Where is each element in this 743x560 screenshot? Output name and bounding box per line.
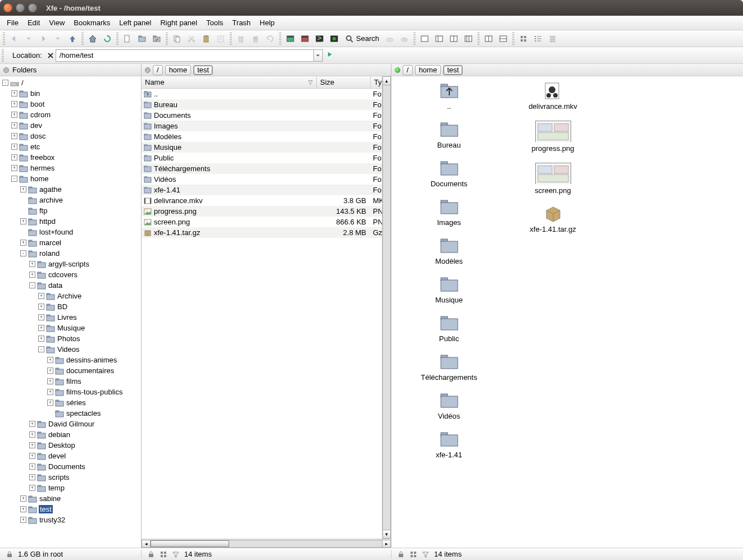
crumb-root[interactable]: / [153, 65, 163, 75]
nav-forward-button[interactable] [37, 32, 50, 45]
list-row[interactable]: MusiqueFold [142, 142, 391, 153]
tree-item[interactable]: archive [0, 195, 141, 205]
tree-expander[interactable]: + [29, 432, 35, 438]
tree-expander[interactable]: - [11, 176, 17, 182]
tree-expander[interactable]: + [20, 495, 26, 502]
window-maximize-button[interactable] [28, 3, 37, 12]
tree-expander[interactable]: + [38, 304, 44, 310]
search-button[interactable]: Search [342, 32, 382, 45]
list-row[interactable]: ..Fold [142, 89, 391, 99]
tree-item[interactable]: spectacles [0, 408, 141, 419]
bigicons-button[interactable] [517, 32, 530, 45]
menu-edit[interactable]: Edit [23, 17, 44, 29]
copy-button[interactable] [170, 32, 184, 45]
menu-view[interactable]: View [44, 17, 69, 29]
tree-expander[interactable]: + [29, 421, 35, 427]
tree-expander[interactable]: + [29, 453, 35, 459]
tree-expander[interactable]: + [11, 122, 17, 128]
new-folder-button[interactable] [135, 32, 149, 45]
toolbar-grip[interactable] [166, 33, 168, 45]
scroll-left-button[interactable]: ◂ [142, 540, 151, 548]
tree-item[interactable]: +dev [0, 120, 141, 131]
tree-item[interactable]: +bin [0, 88, 141, 99]
tree-item[interactable]: +Livres [0, 312, 141, 323]
nav-home-button[interactable] [86, 32, 99, 45]
tree-item[interactable]: +Musique [0, 323, 141, 333]
unmount-button[interactable] [398, 32, 411, 45]
tree-expander[interactable]: + [11, 112, 17, 118]
vertical-scrollbar[interactable]: ▴ ▾ [382, 76, 391, 539]
tree-expander[interactable]: + [29, 442, 35, 448]
folder-tree[interactable]: - / +bin+boot+cdrom+dev+dosc+etc+freebox… [0, 76, 141, 548]
tree-item[interactable]: +cdrom [0, 109, 141, 120]
crumb-home[interactable]: home [165, 65, 192, 75]
tree-expander[interactable]: + [38, 293, 44, 299]
hpanel-button[interactable] [496, 32, 510, 45]
nav-refresh-button[interactable] [101, 32, 114, 45]
details-button[interactable] [546, 32, 559, 45]
properties-button[interactable] [214, 32, 227, 45]
list-row[interactable]: TéléchargementsFold [142, 163, 391, 174]
tree-expander[interactable]: + [47, 368, 53, 374]
cut-button[interactable] [185, 32, 198, 45]
icon-item[interactable]: Vidéos [399, 392, 500, 420]
crumb-test[interactable]: test [193, 65, 213, 75]
tree-expander[interactable]: + [11, 101, 17, 107]
list-row[interactable]: BureauFold [142, 99, 391, 110]
tree-item[interactable]: +David Gilmour [0, 419, 141, 429]
toolbar-grip[interactable] [230, 33, 232, 45]
menu-right-panel[interactable]: Right panel [156, 17, 202, 29]
tree-expander[interactable]: + [47, 357, 53, 363]
tree-item[interactable]: -roland [0, 248, 141, 259]
scroll-right-button[interactable]: ▸ [382, 540, 391, 548]
tree-item[interactable]: +hermes [0, 163, 141, 173]
trash-button[interactable] [234, 32, 248, 45]
terminal-button[interactable]: >_ [313, 32, 326, 45]
tree-item[interactable]: +devel [0, 451, 141, 461]
tree-item[interactable]: lost+found [0, 227, 141, 237]
icon-item[interactable]: Modèles [399, 237, 500, 265]
crumb-home[interactable]: home [415, 65, 441, 75]
tree-expander[interactable]: + [38, 336, 44, 342]
tree-expander[interactable]: + [38, 314, 44, 320]
icon-item[interactable]: progress.png [503, 121, 604, 153]
list-row[interactable]: ImagesFold [142, 121, 391, 131]
menu-trash[interactable]: Trash [228, 17, 256, 29]
tree-item[interactable]: -Videos [0, 344, 141, 355]
tree-item[interactable]: +boot [0, 99, 141, 109]
list-row[interactable]: delivrance.mkv3.8 GBMKV [142, 195, 391, 206]
icon-item[interactable]: xfe-1.41.tar.gz [503, 205, 604, 233]
icon-item[interactable]: delivrance.mkv [503, 82, 604, 111]
tree-expander[interactable]: + [29, 474, 35, 480]
tree-item[interactable]: ftp [0, 205, 141, 216]
tree-expander[interactable]: + [47, 389, 53, 395]
tree-item[interactable]: +Desktop [0, 440, 141, 451]
tree-item[interactable]: +cdcovers [0, 269, 141, 280]
tree-item[interactable]: +httpd [0, 216, 141, 227]
menu-file[interactable]: File [2, 17, 23, 29]
icon-item[interactable]: Téléchargements [399, 353, 500, 382]
file-list[interactable]: ..FoldBureauFoldDocumentsFoldImagesFoldM… [142, 89, 391, 539]
toolbar-grip[interactable] [3, 33, 5, 45]
horizontal-scrollbar[interactable]: ◂ ▸ [142, 539, 391, 548]
tree-expander[interactable]: + [29, 272, 35, 278]
nav-back-button[interactable] [7, 32, 21, 45]
tree-item[interactable]: +temp [0, 483, 141, 493]
restore-button[interactable] [263, 32, 277, 45]
location-input[interactable]: /home/test [56, 49, 314, 62]
tree-item[interactable]: +sabine [0, 493, 141, 504]
location-go-button[interactable] [326, 51, 333, 59]
tree-expander[interactable]: + [11, 154, 17, 160]
tree-expander[interactable]: + [20, 186, 26, 192]
tree-expander[interactable]: + [20, 506, 26, 512]
tree-expander[interactable]: + [20, 517, 26, 523]
toolbar-grip[interactable] [81, 33, 84, 45]
mount-button[interactable] [383, 32, 396, 45]
window-minimize-button[interactable] [16, 3, 25, 12]
tree-expander[interactable]: + [11, 90, 17, 97]
tree-expander[interactable]: + [11, 133, 17, 139]
icon-item[interactable]: .. [399, 82, 500, 111]
scroll-track[interactable] [151, 540, 382, 548]
new-file-button[interactable] [121, 32, 134, 45]
nav-forward-menu[interactable] [51, 32, 65, 45]
